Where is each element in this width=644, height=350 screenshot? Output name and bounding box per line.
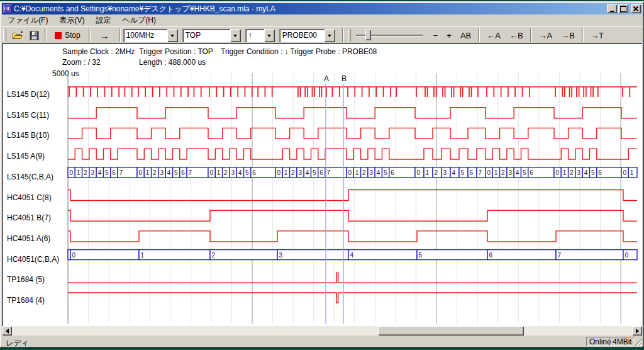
maximize-button[interactable] bbox=[618, 4, 628, 13]
memory-size-badge: 4MBit bbox=[609, 337, 635, 346]
svg-text:2: 2 bbox=[435, 169, 438, 176]
svg-text:6: 6 bbox=[181, 169, 185, 176]
dropdown-arrow-icon[interactable] bbox=[325, 29, 335, 42]
slider-thumb[interactable] bbox=[365, 30, 371, 40]
cursor-a-left-button[interactable]: ←A bbox=[482, 28, 505, 42]
svg-text:0: 0 bbox=[277, 169, 281, 176]
minimize-button[interactable] bbox=[607, 4, 617, 13]
svg-text:4: 4 bbox=[516, 169, 519, 176]
save-floppy-icon bbox=[30, 31, 39, 40]
svg-text:5: 5 bbox=[461, 169, 465, 176]
cursor-b-left-button[interactable]: ←B bbox=[505, 28, 528, 42]
svg-text:3: 3 bbox=[279, 252, 283, 259]
svg-text:2: 2 bbox=[84, 169, 87, 176]
open-file-button[interactable] bbox=[9, 28, 26, 43]
dropdown-arrow-icon[interactable] bbox=[167, 29, 178, 42]
svg-text:5: 5 bbox=[419, 252, 423, 259]
zoom-out-button[interactable]: − bbox=[429, 28, 443, 42]
svg-text:5: 5 bbox=[384, 169, 387, 176]
scroll-right-button[interactable] bbox=[632, 326, 642, 336]
chevron-down-icon bbox=[328, 35, 331, 39]
trigger-position-select-value[interactable]: TOP bbox=[182, 29, 230, 42]
svg-text:1: 1 bbox=[217, 169, 221, 176]
toolbar: Stop → 100MHzTOP↑PROBE00 −+AB←A←B→A→B→T bbox=[2, 26, 642, 43]
svg-text:4: 4 bbox=[377, 169, 380, 176]
svg-text:5: 5 bbox=[591, 169, 595, 176]
save-button[interactable] bbox=[26, 28, 42, 43]
scroll-left-button[interactable] bbox=[2, 326, 12, 336]
zoom-slider[interactable] bbox=[356, 28, 423, 43]
svg-text:1: 1 bbox=[77, 169, 80, 176]
toolbar-separator bbox=[582, 28, 584, 42]
svg-text:3: 3 bbox=[91, 169, 94, 176]
minimize-icon bbox=[610, 11, 614, 12]
cursor-b-right-button[interactable]: →B bbox=[557, 28, 579, 42]
dropdown-arrow-icon[interactable] bbox=[230, 29, 241, 42]
toolbar-separator bbox=[530, 28, 532, 42]
cursor-lines[interactable] bbox=[326, 84, 343, 324]
svg-text:4: 4 bbox=[306, 169, 309, 176]
zoom-in-button[interactable]: + bbox=[442, 28, 456, 42]
svg-text:1: 1 bbox=[563, 169, 567, 176]
stop-icon bbox=[55, 32, 62, 39]
waveform-client-area[interactable]: Sample Clock : 2MHz Trigger Position : T… bbox=[2, 43, 642, 326]
svg-text:1: 1 bbox=[426, 169, 430, 176]
svg-text:1: 1 bbox=[355, 169, 359, 176]
toolbar-buttons: −+AB←A←B→A→B→T bbox=[429, 28, 608, 42]
toolbar-separator bbox=[119, 28, 121, 42]
toolbar-grip[interactable] bbox=[3, 29, 6, 42]
trigger-position-select[interactable]: TOP bbox=[182, 29, 241, 42]
stop-button[interactable]: Stop bbox=[49, 28, 86, 43]
svg-text:6: 6 bbox=[489, 252, 493, 259]
toolbar-separator bbox=[478, 28, 480, 42]
horizontal-scrollbar[interactable] bbox=[2, 326, 642, 336]
svg-text:2: 2 bbox=[570, 169, 574, 176]
svg-text:2: 2 bbox=[291, 169, 295, 176]
title-bar[interactable]: C:¥Documents and Settings¥noname¥デスクトップ¥… bbox=[2, 3, 642, 14]
go-to-trigger-button[interactable]: →T bbox=[586, 28, 608, 42]
waveform-plot[interactable]: 0123456701234567012345601234567012345601… bbox=[2, 43, 642, 326]
svg-text:5: 5 bbox=[313, 169, 316, 176]
svg-text:0: 0 bbox=[623, 169, 627, 176]
svg-text:2: 2 bbox=[224, 169, 228, 176]
run-button[interactable]: → bbox=[93, 28, 116, 43]
grid bbox=[68, 73, 621, 324]
chevron-down-icon bbox=[170, 35, 174, 39]
menu-help[interactable]: ヘルプ(H) bbox=[116, 14, 162, 27]
svg-text:6: 6 bbox=[470, 169, 474, 176]
menu-file[interactable]: ファイル(F) bbox=[2, 14, 53, 27]
clock-select[interactable]: 100MHz bbox=[123, 29, 178, 42]
svg-text:7: 7 bbox=[479, 169, 482, 176]
toolbar-combos: 100MHzTOP↑PROBE00 bbox=[123, 29, 340, 42]
svg-text:3: 3 bbox=[443, 169, 447, 176]
toolbar-grip[interactable] bbox=[348, 29, 351, 42]
ab-span-button[interactable]: AB bbox=[456, 28, 475, 42]
trigger-probe-select-value[interactable]: PROBE00 bbox=[279, 29, 325, 42]
svg-text:7: 7 bbox=[558, 252, 562, 259]
trigger-edge-select-value[interactable]: ↑ bbox=[245, 29, 264, 42]
trigger-probe-select[interactable]: PROBE00 bbox=[279, 29, 335, 42]
stop-label: Stop bbox=[65, 31, 80, 40]
dropdown-arrow-icon[interactable] bbox=[264, 29, 275, 42]
cursor-a-right-button[interactable]: →A bbox=[535, 28, 557, 42]
svg-text:4: 4 bbox=[238, 169, 242, 176]
close-button[interactable] bbox=[631, 4, 641, 13]
svg-text:3: 3 bbox=[577, 169, 580, 176]
svg-text:6: 6 bbox=[598, 169, 602, 176]
trigger-edge-select[interactable]: ↑ bbox=[245, 29, 275, 42]
svg-text:3: 3 bbox=[231, 169, 235, 176]
scrollbar-thumb[interactable] bbox=[378, 326, 524, 336]
svg-text:0: 0 bbox=[70, 169, 74, 176]
resize-grip[interactable] bbox=[634, 338, 642, 346]
status-ready-text: レディ bbox=[6, 338, 29, 349]
svg-text:6: 6 bbox=[530, 169, 533, 176]
clock-select-value[interactable]: 100MHz bbox=[123, 29, 167, 42]
svg-text:7: 7 bbox=[189, 169, 192, 176]
toolbar-separator bbox=[342, 28, 344, 42]
svg-text:5: 5 bbox=[245, 169, 249, 176]
menu-settings[interactable]: 設定 bbox=[90, 14, 116, 27]
svg-text:3: 3 bbox=[508, 169, 512, 176]
window-controls bbox=[607, 4, 642, 13]
menu-view[interactable]: 表示(V) bbox=[53, 14, 90, 27]
svg-text:0: 0 bbox=[556, 169, 560, 176]
